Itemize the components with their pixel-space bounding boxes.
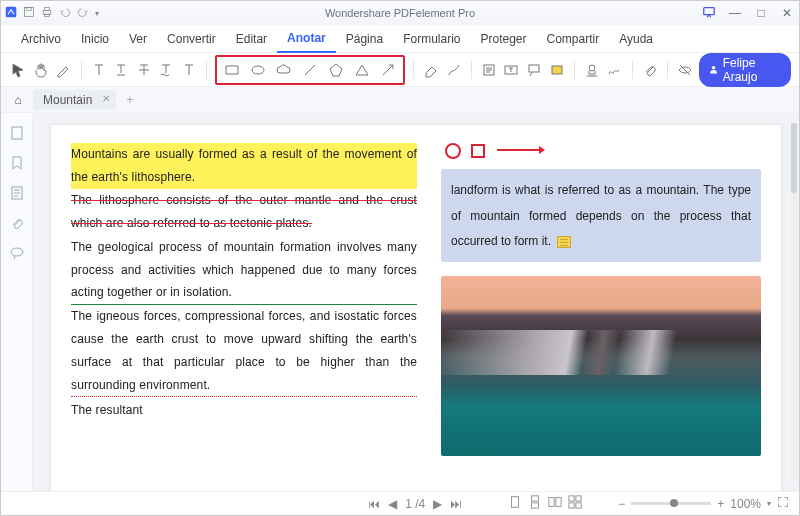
zoom-value[interactable]: 100% (730, 497, 761, 511)
drawn-shapes (441, 143, 761, 159)
document-tab[interactable]: Mountain ✕ (33, 90, 116, 110)
menu-proteger[interactable]: Proteger (471, 26, 537, 52)
zoom-slider[interactable] (631, 502, 711, 505)
area-highlight-box[interactable]: landform is what is referred to as a mou… (441, 169, 761, 262)
area-highlight-icon[interactable] (547, 59, 566, 81)
fullscreen-icon[interactable] (777, 496, 789, 511)
green-underline-text[interactable]: The geological process of mountain forma… (71, 236, 417, 305)
caret-icon[interactable] (180, 59, 199, 81)
new-tab-icon[interactable]: ＋ (124, 91, 136, 108)
oval-shape-icon[interactable] (247, 59, 269, 81)
strikethrough-icon[interactable] (135, 59, 154, 81)
callout-icon[interactable] (525, 59, 544, 81)
bookmarks-icon[interactable] (9, 155, 25, 171)
cloud-shape-icon[interactable] (273, 59, 295, 81)
svg-rect-19 (512, 497, 519, 508)
stamp-icon[interactable] (583, 59, 602, 81)
highlight-icon[interactable] (89, 59, 108, 81)
menu-ver[interactable]: Ver (119, 26, 157, 52)
polygon-shape-icon[interactable] (325, 59, 347, 81)
continuous-view-icon[interactable] (528, 495, 542, 512)
save-icon[interactable] (23, 6, 35, 21)
tab-label: Mountain (43, 93, 92, 107)
status-bar: ⏮ ◀ 1 /4 ▶ ⏭ − + 100% ▾ (1, 491, 799, 515)
svg-rect-24 (569, 496, 574, 501)
svg-rect-27 (576, 503, 581, 508)
line-shape-icon[interactable] (299, 59, 321, 81)
strikethrough-text[interactable]: The lithosphere consists of the outer ma… (71, 189, 417, 235)
text-column-right: landform is what is referred to as a mou… (441, 143, 761, 491)
feedback-icon[interactable] (701, 5, 717, 22)
print-icon[interactable] (41, 6, 53, 21)
minimize-icon[interactable]: — (727, 6, 743, 20)
svg-rect-1 (25, 7, 34, 16)
search-panel-icon[interactable] (9, 185, 25, 201)
two-page-continuous-icon[interactable] (568, 495, 582, 512)
next-page-last-icon[interactable]: ⏭ (450, 497, 462, 511)
drawn-circle-shape[interactable] (445, 143, 461, 159)
menu-inicio[interactable]: Inicio (71, 26, 119, 52)
menu-página[interactable]: Página (336, 26, 393, 52)
comments-panel-icon[interactable] (9, 245, 25, 261)
sticky-note-icon[interactable] (557, 236, 571, 248)
shape-tools-group (215, 55, 405, 85)
hide-annotations-icon[interactable] (676, 59, 695, 81)
quick-access-toolbar: ▾ (5, 6, 99, 21)
vertical-scrollbar[interactable] (791, 123, 797, 481)
pencil-icon[interactable] (444, 59, 463, 81)
note-icon[interactable] (480, 59, 499, 81)
arrow-shape-icon[interactable] (377, 59, 399, 81)
redo-icon[interactable] (77, 6, 89, 21)
menu-ayuda[interactable]: Ayuda (609, 26, 663, 52)
svg-point-13 (589, 65, 595, 71)
select-tool-icon[interactable] (9, 59, 28, 81)
textbox-icon[interactable] (502, 59, 521, 81)
page-indicator[interactable]: 1 /4 (405, 497, 425, 511)
drawn-arrow-shape[interactable] (495, 144, 545, 159)
edit-tool-icon[interactable] (54, 59, 73, 81)
rectangle-shape-icon[interactable] (221, 59, 243, 81)
menu-formulario[interactable]: Formulario (393, 26, 470, 52)
zoom-out-icon[interactable]: − (618, 497, 625, 511)
zoom-in-icon[interactable]: + (717, 497, 724, 511)
menu-editar[interactable]: Editar (226, 26, 277, 52)
underline-icon[interactable] (112, 59, 131, 81)
svg-rect-15 (12, 127, 22, 139)
zoom-control: − + 100% ▾ (618, 496, 789, 511)
close-icon[interactable]: ✕ (779, 6, 795, 20)
menu-bar: ArchivoInicioVerConvertirEditarAnotarPág… (1, 25, 799, 53)
text-column-left: Mountains are usually formed as a result… (71, 143, 417, 491)
hand-tool-icon[interactable] (32, 59, 51, 81)
view-mode-group (508, 495, 582, 512)
thumbnails-icon[interactable] (9, 125, 25, 141)
menu-anotar[interactable]: Anotar (277, 25, 336, 53)
menu-compartir[interactable]: Compartir (537, 26, 610, 52)
plain-text: The resultant (71, 399, 143, 422)
title-bar: ▾ Wondershare PDFelement Pro — □ ✕ (1, 1, 799, 25)
maximize-icon[interactable]: □ (753, 6, 769, 20)
drawn-square-shape[interactable] (471, 144, 485, 158)
tab-close-icon[interactable]: ✕ (102, 93, 110, 104)
squiggly-icon[interactable] (157, 59, 176, 81)
menu-convertir[interactable]: Convertir (157, 26, 226, 52)
home-tab-icon[interactable]: ⌂ (7, 93, 29, 107)
attachment-icon[interactable] (641, 59, 660, 81)
app-logo-icon (5, 6, 17, 21)
attachments-panel-icon[interactable] (9, 215, 25, 231)
signature-icon[interactable] (605, 59, 624, 81)
svg-rect-11 (529, 65, 539, 72)
undo-icon[interactable] (59, 6, 71, 21)
triangle-shape-icon[interactable] (351, 59, 373, 81)
user-badge[interactable]: Felipe Araujo (699, 53, 791, 87)
menu-archivo[interactable]: Archivo (11, 26, 71, 52)
next-page-icon[interactable]: ▶ (433, 497, 442, 511)
red-underline-text[interactable]: The igneous forces, compressional forces… (71, 305, 417, 397)
prev-page-first-icon[interactable]: ⏮ (368, 497, 380, 511)
two-page-view-icon[interactable] (548, 495, 562, 512)
pdf-page: Mountains are usually formed as a result… (51, 125, 781, 491)
eraser-icon[interactable] (422, 59, 441, 81)
single-page-view-icon[interactable] (508, 495, 522, 512)
prev-page-icon[interactable]: ◀ (388, 497, 397, 511)
zoom-dropdown-icon[interactable]: ▾ (767, 499, 771, 508)
highlighted-text[interactable]: Mountains are usually formed as a result… (71, 143, 417, 189)
